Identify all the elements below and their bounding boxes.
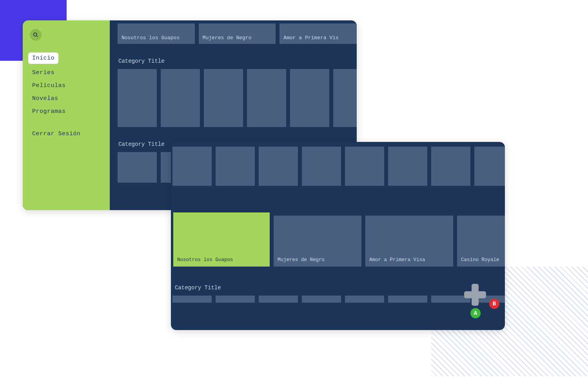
content-tile[interactable] <box>118 69 157 127</box>
dpad-icon <box>464 284 486 306</box>
svg-line-1 <box>36 36 38 37</box>
content-tile[interactable] <box>172 296 212 303</box>
content-tile[interactable] <box>259 296 298 303</box>
content-tile[interactable] <box>118 152 157 183</box>
content-tile[interactable] <box>302 296 341 303</box>
content-tile[interactable] <box>302 147 341 186</box>
sidebar-item-peliculas[interactable]: Películas <box>28 80 104 91</box>
content-tile[interactable] <box>172 147 212 186</box>
content-tile[interactable] <box>333 69 357 127</box>
content-tile[interactable] <box>216 147 255 186</box>
content-tile[interactable] <box>388 147 427 186</box>
tv-screen-content-view: Nosotros los Guapos Mujeres de Negro Amo… <box>171 142 505 330</box>
category-title: Category Title <box>175 285 505 291</box>
category-title: Category Title <box>118 58 357 64</box>
content-tile[interactable]: Mujeres de Negro <box>199 24 276 44</box>
category-row <box>172 296 505 303</box>
sidebar: Inicio Series Películas Novelas Programa… <box>23 20 110 210</box>
content-tile[interactable] <box>259 147 298 186</box>
hero-row: Nosotros los Guapos Mujeres de Negro Amo… <box>172 216 505 267</box>
content-tile[interactable] <box>216 296 255 303</box>
content-tile[interactable] <box>474 147 505 186</box>
content-tile[interactable] <box>431 147 470 186</box>
content-tile[interactable] <box>161 69 200 127</box>
gamepad-b-button: B <box>489 299 499 309</box>
content-tile[interactable] <box>388 296 427 303</box>
hero-tile[interactable]: Mujeres de Negro <box>274 216 361 267</box>
screen1-top-row: Nosotros los Guapos Mujeres de Negro Amo… <box>118 24 357 44</box>
hero-tile-focused[interactable]: Nosotros los Guapos <box>173 212 270 267</box>
sidebar-item-novelas[interactable]: Novelas <box>28 93 104 104</box>
svg-point-0 <box>34 33 37 36</box>
content-tile[interactable] <box>204 69 243 127</box>
hero-tile[interactable]: Casino Royale <box>457 216 505 267</box>
gamepad-a-button: A <box>470 308 481 318</box>
sidebar-item-logout[interactable]: Cerrar Sesión <box>28 128 104 140</box>
sidebar-item-programas[interactable]: Programas <box>28 106 104 117</box>
search-icon <box>33 32 38 38</box>
category-row <box>172 147 505 186</box>
sidebar-item-inicio[interactable]: Inicio <box>28 53 58 64</box>
category-row <box>118 69 357 127</box>
hero-tile[interactable]: Amor a Primera Visa <box>365 216 453 267</box>
content-tile[interactable] <box>345 296 384 303</box>
content-tile[interactable]: Nosotros los Guapos <box>118 24 195 44</box>
content-tile[interactable] <box>290 69 329 127</box>
content-tile[interactable] <box>247 69 286 127</box>
search-button[interactable] <box>30 29 42 41</box>
content-tile[interactable]: Amor a Primera Vis <box>279 24 357 44</box>
content-tile[interactable] <box>345 147 384 186</box>
sidebar-item-series[interactable]: Series <box>28 67 104 78</box>
gamepad-overlay: B A <box>456 281 499 325</box>
